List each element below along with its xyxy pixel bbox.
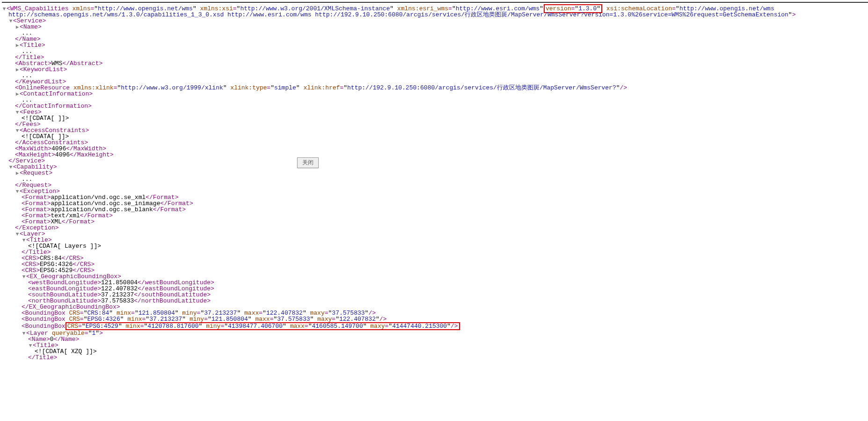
toggle-arrow[interactable] <box>22 274 26 280</box>
toggle-arrow[interactable] <box>2 7 7 12</box>
toggle-arrow[interactable] <box>15 25 20 30</box>
toggle-arrow[interactable] <box>8 165 13 170</box>
toggle-arrow[interactable] <box>15 110 20 115</box>
toggle-arrow[interactable] <box>15 189 20 194</box>
toggle-arrow[interactable] <box>15 171 20 176</box>
toggle-arrow[interactable] <box>22 331 26 336</box>
toggle-arrow[interactable] <box>28 343 33 348</box>
toggle-arrow[interactable] <box>8 19 13 24</box>
toggle-arrow[interactable] <box>22 238 26 243</box>
toggle-arrow[interactable] <box>15 92 20 97</box>
xml-tree: <WMS_Capabilities xmlns="http://www.open… <box>2 6 868 361</box>
close-button[interactable]: 关闭 <box>297 157 319 168</box>
toggle-arrow[interactable] <box>15 43 20 48</box>
toggle-arrow[interactable] <box>15 67 20 73</box>
toggle-arrow[interactable] <box>15 232 20 237</box>
toggle-arrow[interactable] <box>15 128 20 133</box>
